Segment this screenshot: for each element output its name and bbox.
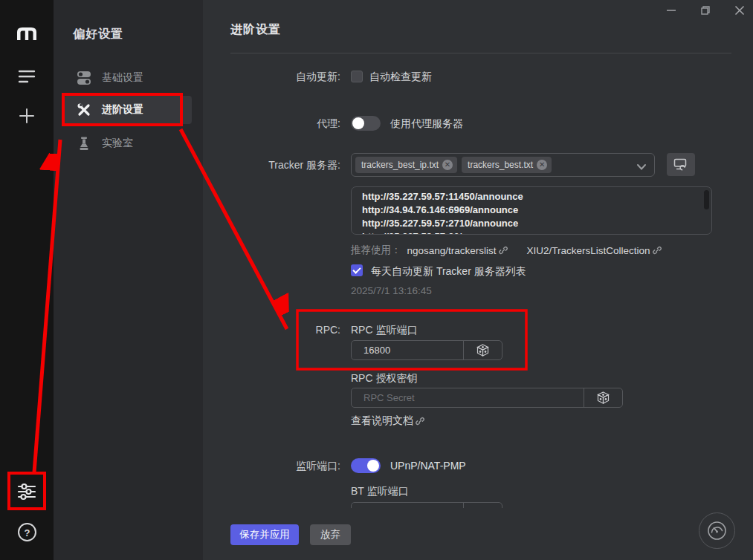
app-rail: ?	[0, 0, 54, 560]
bt-port-input[interactable]	[352, 503, 463, 508]
close-tag-icon[interactable]: ✕	[537, 160, 547, 170]
motrix-logo	[0, 22, 54, 43]
help-icon[interactable]: ?	[0, 520, 54, 544]
sidebar-item-advanced-settings[interactable]: 进阶设置	[64, 96, 192, 124]
last-update-timestamp: 2025/7/1 13:16:45	[351, 285, 432, 296]
upnp-text: UPnP/NAT-PMP	[390, 460, 466, 472]
recommend-label: 推荐使用：	[351, 244, 401, 257]
task-list-icon[interactable]	[0, 65, 54, 86]
toggle-knob	[367, 460, 379, 472]
auto-update-label: 自动更新:	[203, 71, 340, 84]
proxy-label: 代理:	[203, 117, 340, 131]
sliders-icon[interactable]	[0, 478, 54, 505]
bt-port-control	[351, 502, 502, 508]
tracker-url: http://34.94.76.146:6969/announce	[362, 204, 701, 217]
trackerslist-link[interactable]: ngosang/trackerslist	[407, 245, 508, 256]
sidebar-item-lab[interactable]: 实验室	[64, 129, 192, 157]
chevron-down-icon	[636, 160, 647, 174]
sidebar-title: 偏好设置	[73, 27, 123, 42]
upnp-toggle[interactable]	[351, 458, 381, 473]
rpc-port-label: RPC 监听端口	[351, 324, 417, 337]
listen-port-label: 监听端口:	[203, 460, 340, 473]
close-tag-icon[interactable]: ✕	[442, 160, 453, 170]
divider	[230, 53, 731, 53]
restore-icon[interactable]	[698, 3, 713, 18]
recommend-row: 推荐使用： ngosang/trackerslist XIU2/Trackers…	[351, 244, 662, 257]
tracker-label: Tracker 服务器:	[203, 159, 340, 172]
svg-text:?: ?	[24, 527, 30, 538]
random-bt-port-button[interactable]	[463, 503, 502, 508]
tracker-tag: trackers_best.txt ✕	[462, 157, 552, 173]
discard-button[interactable]: 放弃	[310, 524, 351, 545]
tracker-tag: trackers_best_ip.txt ✕	[355, 157, 457, 173]
rpc-doc-link[interactable]: 查看说明文档	[351, 414, 424, 428]
tracker-url: http://35.227.59.57:11450/announce	[362, 190, 701, 204]
tracker-source-select[interactable]: trackers_best_ip.txt ✕ trackers_best.txt…	[351, 153, 655, 177]
bt-port-control-clipped	[351, 502, 504, 508]
rpc-secret-label: RPC 授权密钥	[351, 372, 417, 385]
proxy-toggle[interactable]	[351, 116, 381, 131]
sidebar-item-label: 实验室	[102, 137, 133, 150]
bt-port-label: BT 监听端口	[351, 485, 409, 498]
rpc-secret-control: RPC Secret	[351, 388, 623, 408]
link-icon	[653, 246, 662, 255]
sidebar-item-basic-settings[interactable]: 基础设置	[64, 64, 192, 92]
toggles-icon	[77, 71, 91, 85]
close-icon[interactable]	[732, 3, 747, 18]
toggle-knob	[352, 117, 364, 129]
speedometer-icon	[707, 521, 727, 541]
sidebar-item-label: 进阶设置	[102, 103, 143, 117]
daily-tracker-update-text: 每天自动更新 Tracker 服务器列表	[371, 265, 526, 279]
add-icon[interactable]	[0, 104, 54, 128]
trackerslistcollection-link[interactable]: XIU2/TrackersListCollection	[527, 245, 662, 256]
advanced-settings-panel: 进阶设置 自动更新: 自动检查更新 代理: 使用代理服务器 Tracker 服务…	[203, 0, 753, 560]
daily-tracker-update-checkbox[interactable]	[351, 264, 363, 276]
rpc-label: RPC:	[203, 324, 340, 336]
save-and-apply-button[interactable]: 保存并应用	[230, 524, 299, 545]
link-icon	[416, 417, 424, 426]
page-title: 进阶设置	[230, 22, 281, 38]
preferences-sidebar: 偏好设置 基础设置 进阶设置 实验室	[54, 0, 203, 560]
tracker-url: http://35.227.59.57:2710/announce	[362, 217, 701, 230]
auto-check-update-checkbox[interactable]	[351, 71, 363, 82]
rpc-port-control: 16800	[351, 340, 502, 360]
tracker-url: http://35.227.59.57:80/announce	[362, 230, 701, 235]
lab-icon	[77, 137, 91, 150]
speedometer-button[interactable]	[699, 512, 735, 549]
scrollbar-thumb[interactable]	[704, 190, 709, 209]
tools-icon	[77, 103, 91, 117]
link-icon	[499, 246, 508, 255]
window-controls	[664, 3, 747, 18]
sync-trackers-button[interactable]	[667, 153, 695, 176]
random-port-button[interactable]	[463, 341, 502, 359]
sidebar-item-label: 基础设置	[102, 71, 143, 85]
tracker-list-textarea[interactable]: http://35.227.59.57:11450/announce http:…	[351, 186, 712, 235]
random-secret-button[interactable]	[584, 388, 622, 407]
proxy-toggle-text: 使用代理服务器	[390, 117, 463, 131]
minimize-icon[interactable]	[664, 3, 679, 18]
auto-check-update-text: 自动检查更新	[369, 71, 432, 84]
rpc-secret-input[interactable]: RPC Secret	[352, 388, 584, 407]
rpc-port-input[interactable]: 16800	[352, 341, 463, 359]
